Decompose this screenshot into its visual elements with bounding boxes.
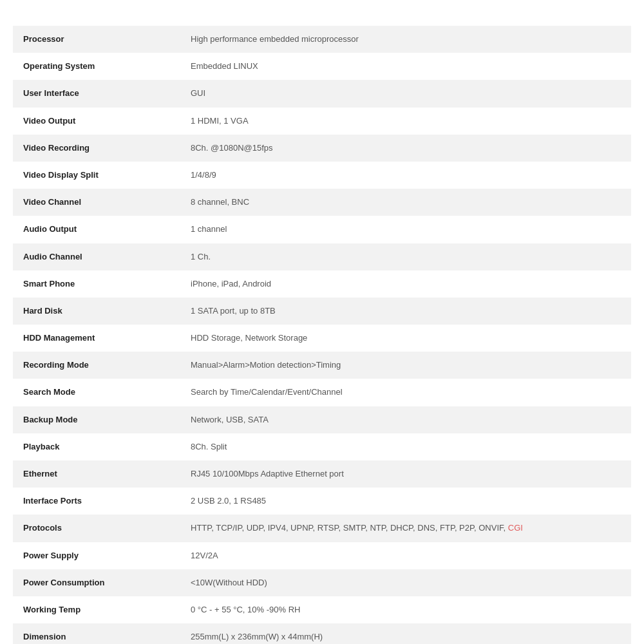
spec-label: Operating System (13, 53, 180, 80)
spec-value: 8 channel, BNC (180, 189, 631, 216)
spec-value: Network, USB, SATA (180, 406, 631, 433)
spec-value: 2 USB 2.0, 1 RS485 (180, 488, 631, 515)
spec-label: Power Supply (13, 542, 180, 569)
table-row: Dimension255mm(L) x 236mm(W) x 44mm(H) (13, 623, 631, 644)
spec-label: Interface Ports (13, 488, 180, 515)
table-row: User InterfaceGUI (13, 80, 631, 107)
table-row: Power Consumption<10W(Without HDD) (13, 569, 631, 596)
spec-value: 255mm(L) x 236mm(W) x 44mm(H) (180, 623, 631, 644)
spec-value: HTTP, TCP/IP, UDP, IPV4, UPNP, RTSP, SMT… (180, 515, 631, 542)
spec-value: GUI (180, 80, 631, 107)
spec-label: Video Output (13, 108, 180, 135)
spec-value: 8Ch. Split (180, 433, 631, 460)
spec-label: Video Display Split (13, 162, 180, 189)
spec-label: Hard Disk (13, 298, 180, 325)
spec-label: Backup Mode (13, 406, 180, 433)
spec-value: 1 channel (180, 216, 631, 243)
spec-value: 1 SATA port, up to 8TB (180, 298, 631, 325)
spec-label: User Interface (13, 80, 180, 107)
spec-value: High performance embedded microprocessor (180, 26, 631, 53)
table-row: Video Display Split1/4/8/9 (13, 162, 631, 189)
table-row: Recording ModeManual>Alarm>Motion detect… (13, 352, 631, 379)
spec-label: Dimension (13, 623, 180, 644)
spec-value: 12V/2A (180, 542, 631, 569)
table-row: ProcessorHigh performance embedded micro… (13, 26, 631, 53)
spec-label: Smart Phone (13, 270, 180, 298)
table-row: Video Output1 HDMI, 1 VGA (13, 108, 631, 135)
spec-value: iPhone, iPad, Android (180, 270, 631, 298)
table-row: Audio Output1 channel (13, 216, 631, 243)
table-row: Hard Disk1 SATA port, up to 8TB (13, 298, 631, 325)
spec-value: RJ45 10/100Mbps Adaptive Ethernet port (180, 460, 631, 488)
spec-label: Video Recording (13, 135, 180, 162)
table-row: Smart PhoneiPhone, iPad, Android (13, 270, 631, 298)
spec-value: 1 HDMI, 1 VGA (180, 108, 631, 135)
spec-value: Embedded LINUX (180, 53, 631, 80)
spec-label: Protocols (13, 515, 180, 542)
spec-value: 1/4/8/9 (180, 162, 631, 189)
spec-label: HDD Management (13, 325, 180, 352)
table-row: Video Recording8Ch. @1080N@15fps (13, 135, 631, 162)
spec-value: 1 Ch. (180, 243, 631, 270)
table-row: Working Temp0 °C - + 55 °C, 10% -90% RH (13, 596, 631, 623)
spec-value: <10W(Without HDD) (180, 569, 631, 596)
table-row: Video Channel8 channel, BNC (13, 189, 631, 216)
spec-value: Manual>Alarm>Motion detection>Timing (180, 352, 631, 379)
spec-value: HDD Storage, Network Storage (180, 325, 631, 352)
table-row: Audio Channel1 Ch. (13, 243, 631, 270)
spec-label: Recording Mode (13, 352, 180, 379)
table-row: Backup ModeNetwork, USB, SATA (13, 406, 631, 433)
protocol-link[interactable]: CGI (508, 523, 523, 533)
spec-label: Audio Channel (13, 243, 180, 270)
table-row: Power Supply12V/2A (13, 542, 631, 569)
spec-label: Search Mode (13, 379, 180, 406)
spec-label: Processor (13, 26, 180, 53)
spec-value: 0 °C - + 55 °C, 10% -90% RH (180, 596, 631, 623)
spec-label: Video Channel (13, 189, 180, 216)
spec-value: 8Ch. @1080N@15fps (180, 135, 631, 162)
table-row: Operating SystemEmbedded LINUX (13, 53, 631, 80)
spec-label: Power Consumption (13, 569, 180, 596)
spec-label: Ethernet (13, 460, 180, 488)
table-row: EthernetRJ45 10/100Mbps Adaptive Etherne… (13, 460, 631, 488)
spec-label: Working Temp (13, 596, 180, 623)
table-row: ProtocolsHTTP, TCP/IP, UDP, IPV4, UPNP, … (13, 515, 631, 542)
table-row: HDD ManagementHDD Storage, Network Stora… (13, 325, 631, 352)
spec-label: Playback (13, 433, 180, 460)
spec-label: Audio Output (13, 216, 180, 243)
table-row: Playback8Ch. Split (13, 433, 631, 460)
table-row: Interface Ports2 USB 2.0, 1 RS485 (13, 488, 631, 515)
spec-value: Search by Time/Calendar/Event/Channel (180, 379, 631, 406)
table-row: Search ModeSearch by Time/Calendar/Event… (13, 379, 631, 406)
spec-table: ProcessorHigh performance embedded micro… (13, 26, 631, 644)
